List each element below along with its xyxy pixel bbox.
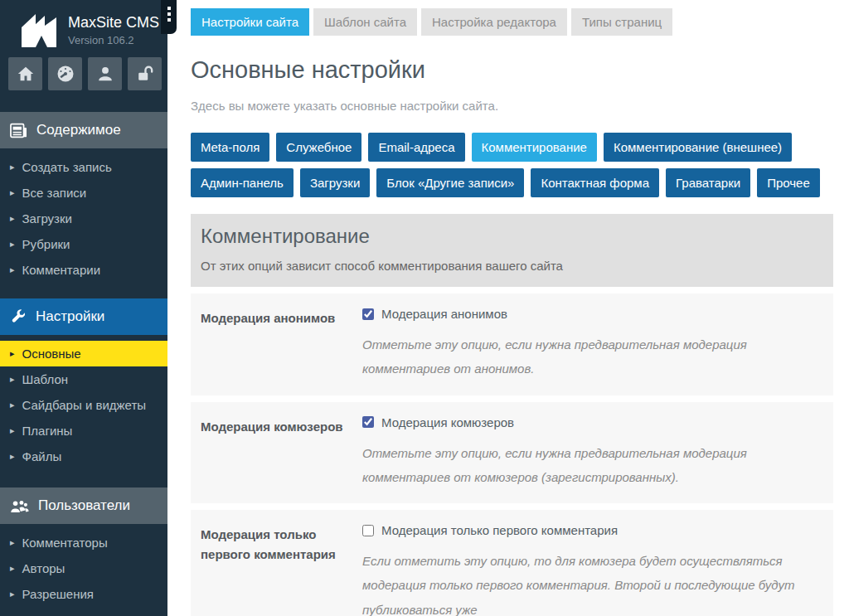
sidebar-item-comments[interactable]: ▸Комментарии [0, 257, 167, 283]
section-description: От этих опций зависит способ комментиров… [201, 259, 823, 273]
kebab-menu-icon [167, 7, 171, 10]
kebab-menu-icon [167, 18, 171, 22]
sidebar-section-label: Пользователи [38, 497, 130, 514]
app-version: Version 106.2 [68, 34, 159, 46]
chevron-right-icon: ▸ [10, 563, 15, 574]
sidebar-section-label: Содержимое [36, 122, 121, 138]
top-tabs: Настройки сайта Шаблон сайта Настройка р… [191, 8, 833, 36]
tab-site-template[interactable]: Шаблон сайта [313, 8, 417, 36]
user-icon [96, 65, 114, 83]
chevron-right-icon: ▸ [10, 451, 15, 462]
checkbox-input[interactable] [362, 308, 374, 320]
home-icon [17, 65, 35, 83]
brand: MaxSite CMS Version 106.2 [0, 0, 167, 51]
checkbox-label: Модерация анонимов [381, 307, 507, 321]
chevron-right-icon: ▸ [10, 239, 15, 250]
main-content: Настройки сайта Шаблон сайта Настройка р… [191, 0, 833, 616]
sidebar-item-uploads[interactable]: ▸Загрузки [0, 206, 167, 231]
profile-button[interactable] [88, 57, 122, 90]
checkbox-input[interactable] [362, 525, 374, 536]
maxsite-logo [20, 12, 58, 47]
sidebar-section-content[interactable]: Содержимое [0, 112, 167, 148]
group-button-misc[interactable]: Прочее [757, 168, 820, 197]
app-title: MaxSite CMS [68, 11, 159, 32]
group-button-uploads[interactable]: Загрузки [300, 168, 370, 197]
group-button-email-addresses[interactable]: Email-адреса [368, 133, 464, 162]
dashboard-icon [56, 64, 75, 84]
chevron-right-icon: ▸ [10, 374, 15, 385]
sidebar-collapse-toggle[interactable] [161, 0, 177, 34]
section-title: Комментирование [201, 225, 823, 248]
setting-row-first-comment-moderation: Модерация только первого комментария Мод… [191, 510, 833, 616]
dashboard-button[interactable] [48, 57, 82, 90]
chevron-right-icon: ▸ [10, 162, 15, 172]
group-button-service[interactable]: Служебное [276, 133, 361, 162]
setting-label: Модерация комюзеров [201, 415, 352, 490]
wrench-icon [10, 308, 27, 325]
checkbox-comuser-moderation[interactable]: Модерация комюзеров [362, 415, 821, 429]
setting-description: Отметьте эту опцию, если нужна предварит… [362, 441, 821, 490]
checkbox-label: Модерация только первого комментария [381, 523, 618, 537]
sidebar-item-authors[interactable]: ▸Авторы [0, 555, 167, 581]
page-subtitle: Здесь вы можете указать основные настрой… [191, 99, 833, 113]
tab-site-settings[interactable]: Настройки сайта [191, 8, 309, 36]
content-menu: ▸Создать запись ▸Все записи ▸Загрузки ▸Р… [0, 148, 167, 288]
users-icon [10, 498, 29, 514]
settings-group-buttons: Meta-поля Служебное Email-адреса Коммент… [191, 133, 833, 197]
chevron-right-icon: ▸ [10, 348, 15, 359]
sidebar-item-commenters[interactable]: ▸Комментаторы [0, 530, 167, 555]
unlock-icon [136, 65, 154, 83]
settings-menu: ▸Основные ▸Шаблон ▸Сайдбары и виджеты ▸П… [0, 335, 167, 474]
tab-editor-settings[interactable]: Настройка редактора [421, 8, 567, 36]
sidebar-item-template[interactable]: ▸Шаблон [0, 366, 167, 392]
checkbox-input[interactable] [362, 416, 374, 428]
checkbox-anon-moderation[interactable]: Модерация анонимов [362, 307, 821, 321]
group-button-other-posts-block[interactable]: Блок «Другие записи» [376, 168, 524, 197]
chevron-right-icon: ▸ [10, 400, 15, 410]
group-button-commenting[interactable]: Комментирование [472, 133, 597, 162]
sidebar-item-permissions[interactable]: ▸Разрешения [0, 581, 167, 607]
chevron-right-icon: ▸ [10, 425, 15, 436]
quick-actions [0, 51, 167, 90]
setting-row-comuser-moderation: Модерация комюзеров Модерация комюзеров … [191, 402, 833, 504]
login-button[interactable] [128, 57, 162, 90]
chevron-right-icon: ▸ [10, 264, 15, 275]
users-menu: ▸Комментаторы ▸Авторы ▸Разрешения [0, 524, 167, 612]
setting-label: Модерация только первого комментария [201, 523, 352, 616]
page-title: Основные настройки [191, 56, 833, 84]
setting-row-anon-moderation: Модерация анонимов Модерация анонимов От… [191, 293, 833, 395]
chevron-right-icon: ▸ [10, 589, 15, 599]
kebab-menu-icon [167, 12, 171, 16]
sidebar-item-all-posts[interactable]: ▸Все записи [0, 180, 167, 206]
setting-description: Если отметить эту опцию, то для комюзера… [362, 549, 821, 616]
setting-label: Модерация анонимов [201, 307, 352, 381]
sidebar-item-files[interactable]: ▸Файлы [0, 444, 167, 469]
sidebar-section-settings[interactable]: Настройки [0, 298, 167, 335]
sidebar-section-users[interactable]: Пользователи [0, 487, 167, 524]
commenting-section-header: Комментирование От этих опций зависит сп… [191, 214, 833, 287]
group-button-gravatars[interactable]: Граватарки [666, 168, 750, 197]
group-button-commenting-external[interactable]: Комментирование (внешнее) [604, 133, 792, 162]
chevron-right-icon: ▸ [10, 187, 15, 198]
sidebar-section-label: Настройки [36, 308, 104, 325]
group-button-meta-fields[interactable]: Meta-поля [191, 133, 269, 162]
group-button-contact-form[interactable]: Контактная форма [531, 168, 659, 197]
sidebar-item-plugins[interactable]: ▸Плагины [0, 418, 167, 444]
sidebar-item-create-post[interactable]: ▸Создать запись [0, 154, 167, 180]
group-button-admin-panel[interactable]: Админ-панель [191, 168, 294, 197]
chevron-right-icon: ▸ [10, 213, 15, 224]
checkbox-first-comment-moderation[interactable]: Модерация только первого комментария [362, 523, 821, 537]
setting-description: Отметьте эту опцию, если нужна предварит… [362, 332, 821, 381]
sidebar: MaxSite CMS Version 106.2 [0, 0, 167, 616]
chevron-right-icon: ▸ [10, 537, 15, 548]
newspaper-icon [10, 123, 27, 138]
sidebar-item-sidebars-widgets[interactable]: ▸Сайдбары и виджеты [0, 392, 167, 418]
home-button[interactable] [8, 57, 42, 90]
sidebar-item-categories[interactable]: ▸Рубрики [0, 231, 167, 257]
tab-page-types[interactable]: Типы страниц [571, 8, 672, 36]
sidebar-item-general[interactable]: ▸Основные [0, 341, 167, 366]
checkbox-label: Модерация комюзеров [381, 415, 514, 429]
